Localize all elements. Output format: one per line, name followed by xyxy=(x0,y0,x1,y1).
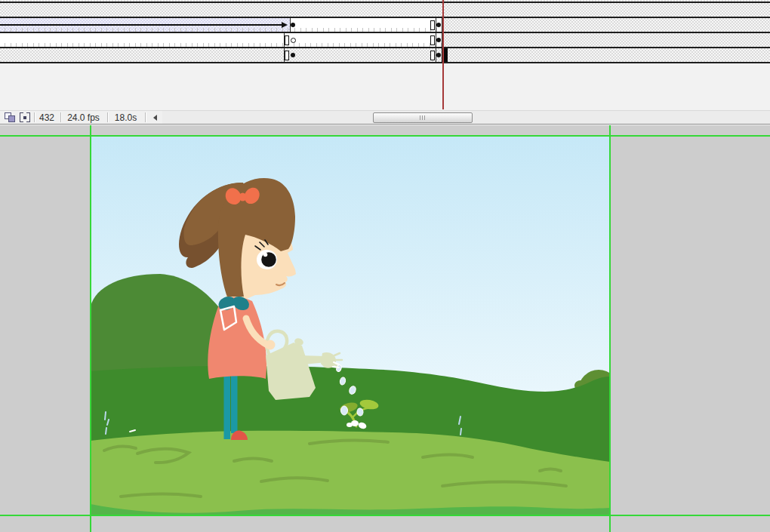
span-end[interactable] xyxy=(430,35,435,45)
layer-row-2[interactable] xyxy=(0,33,770,48)
stage[interactable] xyxy=(91,136,610,515)
frame-rate-value[interactable]: 24.0 fps xyxy=(60,112,106,123)
timeline-status-bar: 432 24.0 fps 18.0s xyxy=(0,110,770,124)
girl-leg-right xyxy=(231,374,238,433)
current-frame-value: 432 xyxy=(34,112,60,123)
layer-row-separator xyxy=(0,62,770,63)
timeline-panel: 432 24.0 fps 18.0s xyxy=(0,0,770,125)
vertical-guide[interactable] xyxy=(90,125,91,532)
layer-row-separator xyxy=(0,2,770,3)
frame-span-white[interactable] xyxy=(0,33,442,48)
status-separator xyxy=(145,112,146,122)
elapsed-time-value: 18.0s xyxy=(107,112,144,123)
edit-multiple-frames-icon-front xyxy=(8,115,15,122)
tween-arrow xyxy=(0,24,285,26)
girl-eye-shine xyxy=(263,253,268,257)
edit-multiple-frames-icon[interactable] xyxy=(5,112,16,123)
girl-hand xyxy=(266,340,276,350)
timeline-frames-area[interactable] xyxy=(0,0,770,110)
center-frame-icon-right-bracket xyxy=(26,112,30,122)
playhead[interactable] xyxy=(442,0,444,109)
layer-row-separator xyxy=(0,47,770,48)
keyframe-dot[interactable] xyxy=(436,23,441,27)
frame-span-white[interactable] xyxy=(290,18,442,32)
scroll-left-arrow[interactable] xyxy=(153,115,157,121)
keyframe-dot[interactable] xyxy=(291,53,295,57)
tween-arrowhead xyxy=(282,22,288,28)
center-frame-icon-dot xyxy=(23,116,26,119)
keyframe-dot[interactable] xyxy=(436,38,441,42)
scrollbar-thumb[interactable] xyxy=(373,112,473,123)
layer-row-separator xyxy=(0,32,770,33)
empty-keyframe[interactable] xyxy=(291,38,296,43)
application-window: 432 24.0 fps 18.0s xyxy=(0,0,770,532)
vertical-guide[interactable] xyxy=(609,125,611,532)
scrollbar-grip xyxy=(420,115,427,120)
frame-span-checker[interactable] xyxy=(442,18,770,32)
center-frame-icon[interactable] xyxy=(20,112,30,122)
span-end[interactable] xyxy=(430,51,435,60)
span-end[interactable] xyxy=(285,35,289,45)
horizontal-guide[interactable] xyxy=(0,515,770,516)
girl-leg-left xyxy=(224,374,231,439)
keyframe-dot[interactable] xyxy=(291,23,295,27)
horizontal-guide[interactable] xyxy=(0,135,770,137)
timeline-scrollbar[interactable] xyxy=(162,111,770,124)
frame-span-checker[interactable] xyxy=(0,48,770,63)
frame-span-checker[interactable] xyxy=(442,33,770,48)
span-end[interactable] xyxy=(285,51,289,60)
layer-row-empty[interactable] xyxy=(0,3,770,17)
keyframe-dot[interactable] xyxy=(436,53,441,57)
layer-row-3[interactable] xyxy=(0,48,770,63)
span-end[interactable] xyxy=(430,20,435,30)
layer-row-separator xyxy=(0,17,770,18)
frame-span-checker[interactable] xyxy=(0,3,770,17)
layer-row-1[interactable] xyxy=(0,18,770,32)
